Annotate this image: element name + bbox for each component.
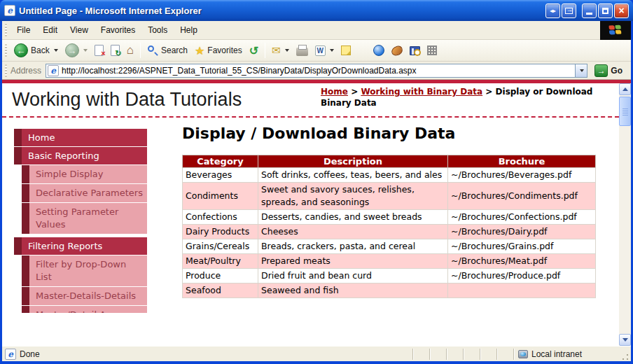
mail-button[interactable]: ✉: [268, 42, 293, 59]
refresh-button[interactable]: ↻: [107, 43, 123, 58]
minimize-icon: [586, 13, 592, 15]
highlight-tool-button[interactable]: [424, 43, 440, 57]
sidebar-accent: [14, 129, 22, 146]
research-button[interactable]: [406, 44, 424, 57]
ie-logo-icon: e: [4, 5, 15, 16]
address-field-frame: e: [46, 64, 587, 78]
sidebar-link[interactable]: Setting Parameter Values: [29, 203, 147, 234]
sidebar-item-simple-display[interactable]: Simple Display: [14, 165, 147, 183]
edit-with-word-button[interactable]: W: [312, 43, 338, 58]
table-row: Grains/Cereals Breads, crackers, pasta, …: [183, 239, 596, 254]
minimize-button[interactable]: [582, 4, 597, 18]
refresh-icon: ↻: [111, 45, 120, 56]
cell-category: Beverages: [183, 168, 258, 183]
home-icon: ⌂: [127, 46, 134, 55]
breadcrumb-home-link[interactable]: Home: [321, 87, 348, 97]
toolbar-separator: [140, 43, 141, 58]
sidebar-item-basic-reporting[interactable]: Basic Reporting: [14, 147, 147, 164]
sidebar-link[interactable]: Basic Reporting: [22, 147, 147, 164]
sidebar-item-filter-by-dropdown-list[interactable]: Filter by Drop-Down List: [14, 255, 147, 286]
menu-file[interactable]: File: [11, 22, 36, 38]
menu-help[interactable]: Help: [174, 22, 204, 38]
scroll-up-button[interactable]: [619, 83, 631, 95]
breadcrumb-separator: >: [351, 87, 358, 97]
go-button[interactable]: → Go: [592, 64, 625, 78]
sidebar-item-master-details-details[interactable]: Master-Details-Details: [14, 287, 147, 305]
cell-brochure: ~/Brochures/Beverages.pdf: [448, 168, 596, 183]
table-row: Confections Desserts, candies, and sweet…: [183, 210, 596, 225]
addressbar-grip[interactable]: [5, 64, 7, 77]
sidebar-link[interactable]: Filtering Reports: [22, 237, 147, 255]
scrollbar-thumb[interactable]: [619, 97, 631, 126]
word-dropdown-icon[interactable]: [330, 49, 334, 52]
scroll-down-button[interactable]: [619, 334, 631, 346]
back-icon: ←: [14, 43, 28, 57]
sidebar-link[interactable]: Home: [22, 129, 147, 146]
cell-description: Breads, crackers, pasta, and cereal: [258, 239, 448, 254]
messenger-button[interactable]: [370, 43, 388, 58]
sidebar-item-setting-parameter-values[interactable]: Setting Parameter Values: [14, 203, 147, 234]
sidebar-indent: [14, 287, 22, 305]
sidebar-item-home[interactable]: Home: [14, 129, 147, 146]
forward-dropdown-icon[interactable]: [83, 49, 88, 52]
mail-dropdown-icon[interactable]: [285, 49, 289, 52]
menu-favorites[interactable]: Favorites: [95, 22, 141, 38]
title-bar[interactable]: e Untitled Page - Microsoft Internet Exp…: [0, 0, 633, 21]
maximize-button[interactable]: [598, 4, 613, 18]
search-button[interactable]: Search: [144, 43, 191, 58]
sidebar-link[interactable]: Master-Details-Details: [29, 287, 147, 305]
favorites-label: Favorites: [207, 46, 242, 55]
categories-table: Category Description Brochure Beverages …: [182, 155, 596, 298]
toolbar-grip[interactable]: [5, 44, 7, 57]
cell-brochure: ~/Brochures/Dairy.pdf: [448, 225, 596, 239]
cell-category: Seafood: [183, 284, 258, 298]
sidebar-link[interactable]: Declarative Parameters: [29, 184, 147, 202]
main-content: Display / Download Binary Data Category …: [182, 125, 597, 298]
stop-button[interactable]: ×: [91, 43, 107, 58]
menu-view[interactable]: View: [64, 22, 95, 38]
sidebar-accent: [22, 203, 29, 234]
sidebar-item-master-detail-across-two-pages[interactable]: Master/Detail Across Two Pages: [14, 306, 147, 313]
history-button[interactable]: ↺: [246, 42, 262, 59]
sidebar-item-filtering-reports[interactable]: Filtering Reports: [14, 237, 147, 255]
page-title: Display / Download Binary Data: [182, 125, 597, 142]
menu-edit[interactable]: Edit: [36, 22, 64, 38]
menubar-grip[interactable]: [5, 24, 7, 36]
sidebar-indent: [14, 255, 22, 286]
address-label: Address: [11, 66, 41, 76]
sidebar-accent: [22, 287, 29, 305]
breadcrumb-separator: >: [485, 87, 492, 97]
back-button[interactable]: ← Back: [11, 41, 62, 59]
discuss-button[interactable]: [338, 43, 354, 57]
windows-logo-icon: [608, 24, 622, 36]
capture-tool-button[interactable]: [388, 44, 406, 57]
menu-tools[interactable]: Tools: [141, 22, 174, 38]
sidebar-link[interactable]: Simple Display: [29, 165, 147, 183]
status-bar: e Done Local intranet: [2, 346, 631, 361]
breadcrumb: Home > Working with Binary Data > Displa…: [321, 86, 604, 108]
back-dropdown-icon[interactable]: [54, 49, 58, 52]
vertical-scrollbar[interactable]: [619, 83, 631, 346]
close-button[interactable]: ×: [614, 4, 629, 18]
page-viewport: Working with Data Tutorials Home > Worki…: [2, 80, 631, 346]
home-button[interactable]: ⌂: [123, 43, 137, 57]
sidebar-link[interactable]: Master/Detail Across Two Pages: [29, 306, 147, 313]
titlebar-extra-button-1[interactable]: ◂▸: [545, 4, 560, 18]
breadcrumb-section-link[interactable]: Working with Binary Data: [361, 87, 482, 97]
favorites-button[interactable]: ★ Favorites: [191, 42, 246, 59]
resize-grip[interactable]: [620, 351, 629, 361]
cell-description: Prepared meats: [258, 254, 448, 269]
status-page-icon: e: [5, 349, 16, 360]
sidebar-link[interactable]: Filter by Drop-Down List: [29, 255, 147, 286]
titlebar-extra-button-2[interactable]: →: [562, 4, 576, 18]
sidebar-item-declarative-parameters[interactable]: Declarative Parameters: [14, 184, 147, 202]
toolbar-separator: [265, 43, 265, 58]
search-label: Search: [161, 46, 188, 55]
cell-description: Sweet and savory sauces, relishes, sprea…: [258, 183, 448, 210]
standard-toolbar: ← Back → × ↻ ⌂ Search ★ Favorites ↺: [2, 40, 631, 62]
forward-button[interactable]: →: [62, 41, 91, 59]
address-dropdown-button[interactable]: [575, 64, 587, 77]
throbber-panel: [600, 21, 631, 40]
address-input[interactable]: [62, 66, 587, 76]
print-button[interactable]: [293, 43, 312, 58]
